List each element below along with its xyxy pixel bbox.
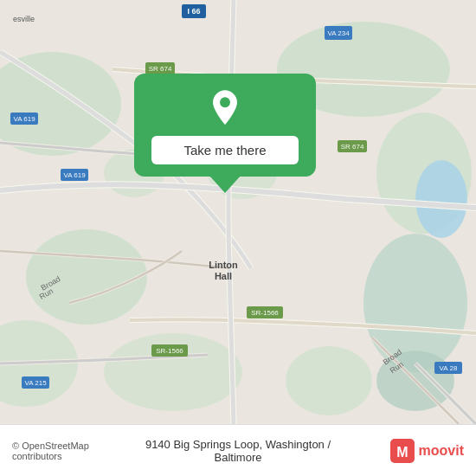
location-label: 9140 Big Springs Loop, Washington / Balt… <box>125 438 351 464</box>
svg-text:SR-1566: SR-1566 <box>156 347 183 355</box>
copyright-text: © OpenStreetMap contributors <box>12 441 125 461</box>
svg-text:SR 674: SR 674 <box>149 65 172 73</box>
svg-text:I 66: I 66 <box>187 7 200 16</box>
svg-point-40 <box>220 97 230 107</box>
svg-text:Linton: Linton <box>209 260 238 270</box>
svg-text:VA 215: VA 215 <box>24 379 47 387</box>
svg-point-12 <box>415 160 467 238</box>
take-me-there-button[interactable]: Take me there <box>151 136 299 164</box>
svg-text:VA 234: VA 234 <box>327 29 350 37</box>
svg-point-4 <box>26 229 147 325</box>
svg-text:M: M <box>396 445 408 460</box>
moovit-logo: M moovit <box>351 439 465 463</box>
location-pin-icon <box>206 89 244 127</box>
svg-point-7 <box>286 346 372 415</box>
popup-arrow <box>209 176 241 193</box>
moovit-brand-icon: M <box>390 439 415 463</box>
svg-text:SR-1566: SR-1566 <box>251 309 279 317</box>
map-background: I 66 VA 234 SR 674 SR 674 VA 619 VA 619 … <box>0 0 476 424</box>
svg-text:SR 674: SR 674 <box>341 143 364 151</box>
svg-text:esville: esville <box>13 15 35 23</box>
svg-text:VA 619: VA 619 <box>13 115 35 123</box>
svg-text:VA 28: VA 28 <box>440 364 458 372</box>
popup-card: Take me there <box>134 74 316 177</box>
bottom-bar: © OpenStreetMap contributors 9140 Big Sp… <box>0 424 476 476</box>
svg-text:VA 619: VA 619 <box>63 171 86 179</box>
svg-text:Hall: Hall <box>215 271 232 281</box>
map-container: I 66 VA 234 SR 674 SR 674 VA 619 VA 619 … <box>0 0 476 424</box>
moovit-text: moovit <box>419 443 464 459</box>
